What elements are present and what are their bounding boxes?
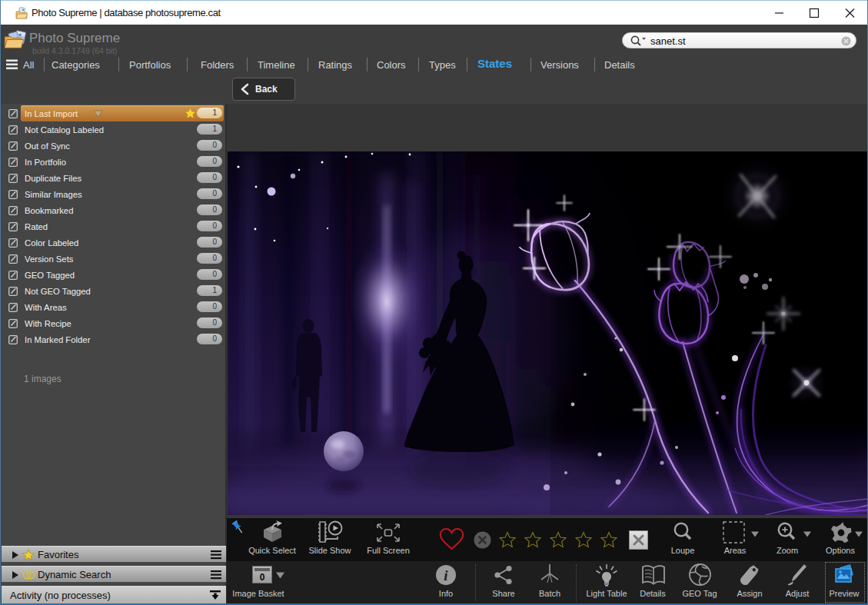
svg-text:i: i (444, 567, 448, 583)
